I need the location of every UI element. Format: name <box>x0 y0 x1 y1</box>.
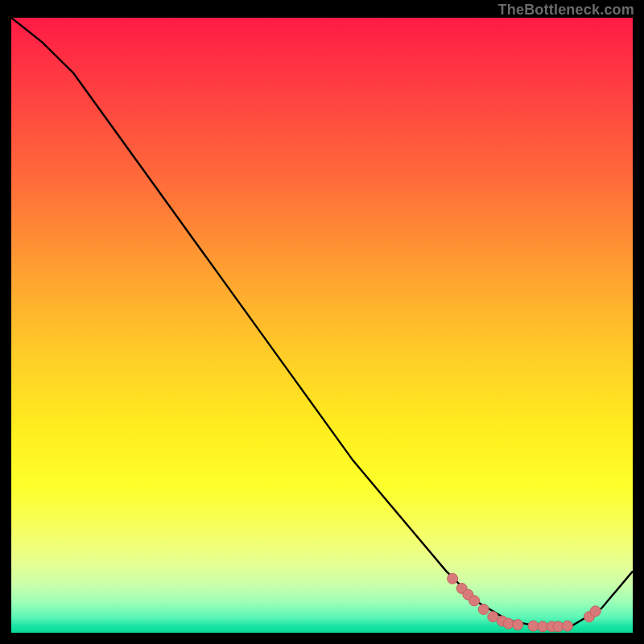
data-marker <box>513 620 523 630</box>
plot-area <box>11 18 633 633</box>
curve-line <box>11 18 633 626</box>
chart-svg <box>11 18 633 633</box>
data-marker <box>528 621 539 631</box>
data-marker <box>590 606 601 617</box>
data-marker <box>553 621 564 632</box>
data-marker <box>503 618 514 629</box>
data-marker <box>538 621 548 632</box>
data-marker <box>488 612 498 622</box>
watermark-text: TheBottleneck.com <box>498 2 634 19</box>
data-marker <box>478 604 489 614</box>
data-marker <box>562 621 572 631</box>
data-marker <box>448 573 458 584</box>
data-marker <box>469 596 480 606</box>
chart-container: TheBottleneck.com <box>0 0 644 644</box>
